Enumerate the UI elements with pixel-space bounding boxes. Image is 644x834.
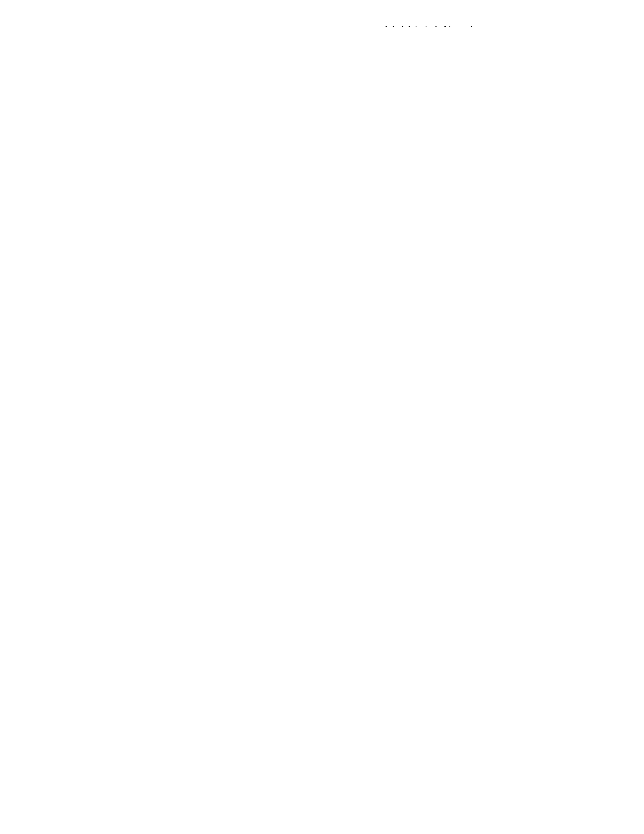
page-header-title: Administrator's Manual	[383, 24, 473, 27]
